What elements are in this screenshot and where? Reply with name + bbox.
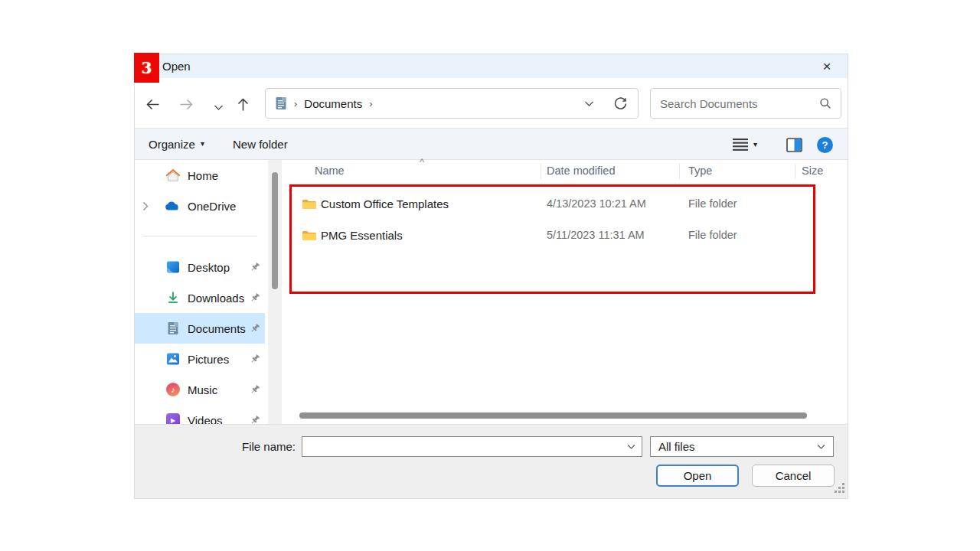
list-horizontal-scrollbar-thumb[interactable] [299, 412, 807, 419]
breadcrumb-separator: › [369, 98, 372, 109]
organize-button[interactable]: Organize ▾ [149, 129, 204, 159]
file-type-select[interactable]: All files [650, 436, 834, 457]
pin-icon [250, 292, 260, 305]
downloads-icon [165, 290, 181, 305]
open-button-label: Open [684, 469, 712, 482]
pin-icon [250, 323, 260, 336]
file-type-value: All files [658, 440, 695, 453]
navigation-bar: › Documents › [135, 78, 848, 129]
help-icon: ? [817, 137, 833, 153]
column-divider[interactable] [795, 164, 795, 179]
preview-pane-icon [786, 138, 802, 152]
view-mode-button[interactable]: ▾ [733, 129, 757, 160]
chevron-down-icon [817, 444, 825, 450]
documents-icon [275, 96, 287, 110]
play-glyph: ▶ [171, 417, 175, 424]
pin-icon [250, 384, 260, 397]
pin-icon [250, 262, 260, 275]
sidebar-item-pictures[interactable]: Pictures [135, 344, 265, 374]
breadcrumb-separator: › [294, 98, 297, 109]
sidebar-item-label: Home [188, 169, 218, 182]
chevron-down-icon: ▾ [201, 140, 204, 148]
organize-label: Organize [149, 138, 195, 151]
refresh-icon[interactable] [614, 97, 627, 110]
file-name-combobox [302, 436, 642, 457]
cancel-button-label: Cancel [776, 469, 812, 482]
sidebar-item-label: OneDrive [188, 200, 236, 213]
forward-arrow-icon [179, 98, 194, 111]
help-glyph: ? [822, 139, 828, 151]
back-arrow-icon [145, 98, 160, 111]
column-divider[interactable] [541, 164, 541, 179]
open-file-dialog: 3 Open × › Documents › [134, 54, 848, 499]
up-arrow-icon [237, 97, 250, 112]
resize-grip[interactable] [835, 482, 844, 496]
chevron-down-icon: ▾ [753, 141, 757, 148]
column-header-size[interactable]: Size [802, 165, 823, 177]
sort-ascending-icon: ^ [420, 156, 424, 168]
sidebar-item-label: Desktop [188, 261, 230, 274]
column-header-date-modified[interactable]: Date modified [547, 165, 615, 177]
address-bar[interactable]: › Documents › [265, 88, 639, 119]
pictures-icon [165, 351, 181, 367]
pin-icon [250, 354, 260, 367]
documents-icon [165, 321, 181, 336]
details-view-icon [733, 139, 748, 151]
preview-pane-button[interactable] [786, 129, 802, 160]
search-icon [819, 97, 831, 109]
expand-chevron-icon[interactable] [142, 201, 149, 214]
help-button[interactable]: ? [817, 129, 833, 160]
search-input[interactable] [660, 97, 819, 110]
desktop-background: 3 Open × › Documents › [0, 0, 980, 551]
chevron-down-icon [214, 104, 224, 111]
recent-locations-button[interactable] [211, 99, 226, 115]
sidebar-item-music[interactable]: ♪ Music [135, 374, 265, 405]
sidebar-scrollbar-track[interactable] [268, 160, 282, 425]
desktop-icon [165, 259, 181, 275]
sidebar-separator [142, 236, 257, 236]
sidebar-item-downloads[interactable]: Downloads [135, 282, 265, 313]
dialog-title: Open [162, 60, 191, 73]
sidebar-item-onedrive[interactable]: OneDrive [135, 191, 265, 221]
file-name-input[interactable] [302, 437, 627, 456]
chevron-down-icon[interactable] [627, 444, 642, 450]
up-button[interactable] [235, 96, 250, 112]
cancel-button[interactable]: Cancel [752, 465, 835, 487]
sidebar-item-label: Music [188, 383, 217, 396]
back-button[interactable] [145, 96, 160, 112]
breadcrumb-item-documents[interactable]: Documents [304, 97, 362, 110]
sidebar-item-desktop[interactable]: Desktop [135, 252, 265, 282]
sidebar-item-label: Pictures [188, 353, 229, 366]
sidebar-item-home[interactable]: Home [135, 160, 265, 191]
sidebar-scrollbar-thumb[interactable] [272, 172, 278, 289]
music-icon: ♪ [165, 382, 181, 397]
open-button[interactable]: Open [656, 465, 739, 487]
home-icon [165, 168, 181, 183]
search-box [650, 88, 841, 119]
new-folder-label: New folder [233, 138, 288, 151]
command-bar: Organize ▾ New folder ▾ ? [135, 129, 848, 160]
sidebar-item-label: Downloads [188, 292, 244, 305]
close-icon[interactable]: × [811, 54, 843, 78]
title-bar: Open × [135, 54, 848, 78]
sidebar-item-documents[interactable]: Documents [135, 313, 265, 344]
forward-button[interactable] [178, 96, 194, 112]
music-note-glyph: ♪ [171, 385, 175, 394]
column-divider[interactable] [679, 164, 680, 179]
annotation-badge: 3 [134, 53, 159, 83]
sidebar-item-label: Documents [188, 322, 246, 335]
new-folder-button[interactable]: New folder [233, 129, 288, 159]
column-header-type[interactable]: Type [688, 165, 712, 177]
dialog-footer: File name: All files Open Cancel [135, 424, 848, 498]
column-header-name[interactable]: Name [315, 165, 345, 177]
address-dropdown-icon[interactable] [584, 100, 594, 107]
onedrive-icon [165, 198, 181, 214]
file-name-label: File name: [211, 440, 296, 453]
annotation-highlight-rectangle [289, 184, 815, 294]
